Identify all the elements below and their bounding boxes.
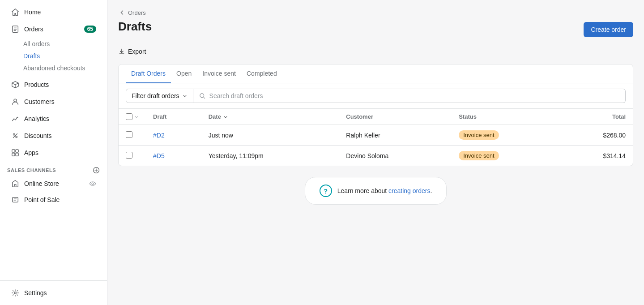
sidebar-item-online-store[interactable]: Online Store [4, 176, 103, 191]
page-header-row: Drafts Create order [118, 20, 633, 39]
row2-draft-link[interactable]: #D5 [153, 152, 165, 159]
svg-point-14 [200, 94, 204, 98]
sidebar-apps-label: Apps [24, 149, 96, 156]
drafts-card: Draft Orders Open Invoice sent Completed… [118, 64, 633, 166]
select-all-checkbox[interactable] [126, 113, 132, 120]
table-row: #D5 Yesterday, 11:09pm Devino Soloma Inv… [119, 146, 633, 166]
analytics-icon [11, 114, 20, 123]
breadcrumb-chevron-icon [118, 9, 125, 16]
sidebar-item-orders[interactable]: Orders 65 [4, 21, 103, 37]
products-icon [11, 80, 20, 89]
online-store-visibility-icon[interactable] [89, 180, 96, 187]
sales-channels-label: Sales Channels [7, 168, 56, 173]
sidebar-products-label: Products [24, 81, 96, 88]
row2-total: $314.14 [559, 146, 633, 166]
search-input[interactable] [209, 92, 620, 99]
breadcrumb-parent-link[interactable]: Orders [128, 9, 146, 16]
svg-rect-8 [16, 153, 18, 156]
sidebar: Home Orders 65 All orders Drafts Abandon… [0, 0, 107, 305]
filter-row: Filter draft orders [119, 83, 633, 109]
sidebar-analytics-label: Analytics [24, 115, 96, 122]
customers-icon [11, 97, 20, 106]
row1-draft-link[interactable]: #D2 [153, 132, 165, 139]
filter-button[interactable]: Filter draft orders [126, 89, 193, 103]
filter-chevron-icon [182, 93, 188, 99]
sidebar-sub-drafts[interactable]: Drafts [4, 50, 103, 62]
export-button[interactable]: Export [118, 46, 146, 57]
online-store-label: Online Store [24, 180, 59, 187]
th-sort-icon[interactable] [134, 115, 139, 119]
search-icon [199, 92, 206, 99]
table-row: #D2 Just now Ralph Keller Invoice sent $… [119, 125, 633, 146]
sidebar-item-discounts[interactable]: Discounts [4, 128, 103, 144]
row1-total: $268.00 [559, 125, 633, 146]
th-checkbox [119, 109, 146, 125]
sidebar-sub-all-orders[interactable]: All orders [4, 38, 103, 50]
sidebar-item-settings[interactable]: Settings [4, 285, 103, 301]
page-title: Drafts [118, 20, 152, 34]
export-label: Export [128, 48, 146, 55]
info-banner-text: Learn more about creating orders. [337, 187, 432, 194]
create-order-button[interactable]: Create order [584, 22, 633, 37]
svg-point-13 [14, 292, 17, 294]
filter-button-label: Filter draft orders [132, 92, 179, 99]
row1-status: Invoice sent [452, 125, 559, 146]
row2-customer: Devino Soloma [339, 146, 452, 166]
orders-badge: 65 [84, 26, 96, 33]
search-box [193, 89, 626, 103]
th-date[interactable]: Date [201, 109, 339, 125]
svg-rect-12 [13, 198, 18, 202]
row2-checkbox[interactable] [126, 152, 132, 159]
apps-icon [11, 148, 20, 157]
point-of-sale-label: Point of Sale [24, 196, 60, 203]
sidebar-item-home[interactable]: Home [4, 4, 103, 20]
svg-point-3 [13, 134, 15, 136]
sidebar-item-apps[interactable]: Apps [4, 145, 103, 161]
row2-checkbox-cell [119, 146, 146, 166]
discounts-icon [11, 131, 20, 140]
svg-point-11 [92, 183, 94, 185]
svg-rect-5 [12, 150, 15, 152]
creating-orders-link[interactable]: creating orders [388, 187, 430, 194]
sidebar-sub-abandoned[interactable]: Abandoned checkouts [4, 62, 103, 74]
row2-status: Invoice sent [452, 146, 559, 166]
row1-draft: #D2 [146, 125, 201, 146]
export-row: Export [118, 46, 633, 57]
breadcrumb: Orders [118, 9, 633, 16]
row2-draft: #D5 [146, 146, 201, 166]
th-draft: Draft [146, 109, 201, 125]
tab-invoice-sent[interactable]: Invoice sent [197, 64, 241, 83]
row1-customer: Ralph Keller [339, 125, 452, 146]
th-status: Status [452, 109, 559, 125]
th-total: Total [559, 109, 633, 125]
info-banner: ? Learn more about creating orders. [305, 177, 447, 205]
sidebar-orders-label: Orders [24, 26, 80, 33]
tab-draft-orders[interactable]: Draft Orders [126, 64, 171, 83]
tab-completed[interactable]: Completed [241, 64, 282, 83]
point-of-sale-icon [11, 195, 20, 204]
drafts-table: Draft Date Customer Status Total [119, 109, 633, 166]
th-customer: Customer [339, 109, 452, 125]
date-sort-icon [223, 114, 228, 120]
sidebar-item-products[interactable]: Products [4, 77, 103, 93]
main-content: Orders Drafts Create order Export Draft … [107, 0, 644, 305]
date-sort[interactable]: Date [209, 113, 228, 120]
row1-checkbox-cell [119, 125, 146, 146]
settings-icon [11, 288, 20, 297]
sales-channels-section: Sales Channels [0, 161, 107, 176]
sidebar-item-point-of-sale[interactable]: Point of Sale [4, 192, 103, 207]
sidebar-customers-label: Customers [24, 98, 96, 105]
row1-checkbox[interactable] [126, 131, 132, 138]
row2-date: Yesterday, 11:09pm [201, 146, 339, 166]
home-icon [11, 8, 20, 17]
export-icon [118, 48, 125, 55]
orders-icon [11, 25, 20, 34]
add-sales-channel-icon[interactable] [93, 167, 100, 174]
row1-status-badge: Invoice sent [459, 130, 499, 140]
sidebar-item-analytics[interactable]: Analytics [4, 111, 103, 127]
sidebar-item-customers[interactable]: Customers [4, 94, 103, 110]
row2-status-badge: Invoice sent [459, 151, 499, 160]
tab-open[interactable]: Open [171, 64, 197, 83]
svg-point-4 [16, 136, 17, 138]
svg-point-2 [14, 99, 17, 102]
